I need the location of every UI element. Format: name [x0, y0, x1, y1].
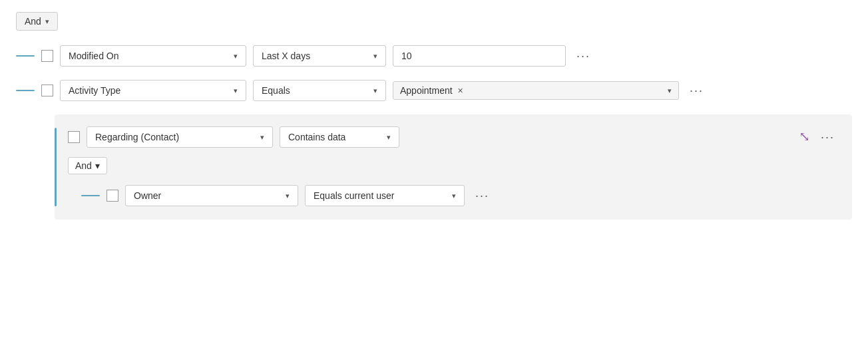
- row2-value-tag-inner: Appointment ×: [400, 85, 463, 96]
- subgroup-and-button[interactable]: And ▾: [68, 157, 107, 174]
- row2-more-button[interactable]: ···: [686, 83, 708, 99]
- row-line-1: [16, 55, 35, 57]
- nested-checkbox[interactable]: [107, 190, 118, 202]
- row2-value-tag-text: Appointment: [400, 85, 453, 96]
- top-and-chevron-icon: ▾: [45, 17, 49, 26]
- nested-field-dropdown[interactable]: Owner ▾: [125, 185, 298, 206]
- subgroup-and-label: And: [75, 160, 92, 171]
- row2-checkbox[interactable]: [41, 85, 53, 96]
- nested-more-button[interactable]: ···: [471, 188, 493, 204]
- row2-field-dropdown[interactable]: Activity Type ▾: [60, 80, 246, 101]
- row2-value-chevron-icon: ▾: [668, 86, 672, 95]
- row-line-2: [16, 90, 35, 91]
- top-and-label: And: [25, 16, 41, 27]
- row2-value-tag-close-icon[interactable]: ×: [458, 85, 463, 96]
- filter-row-modified-on: Modified On ▾ Last X days ▾ ···: [16, 45, 852, 67]
- row2-value-tag-container[interactable]: Appointment × ▾: [393, 81, 679, 100]
- row1-operator-dropdown[interactable]: Last X days ▾: [253, 45, 386, 67]
- subgroup-collapse-icon[interactable]: ⤡: [799, 129, 810, 145]
- nested-row-owner: Owner ▾ Equals current user ▾ ···: [81, 185, 839, 206]
- filter-row-activity-type: Activity Type ▾ Equals ▾ Appointment × ▾…: [16, 80, 852, 101]
- row1-operator-chevron-icon: ▾: [373, 52, 377, 61]
- subgroup-operator-dropdown[interactable]: Contains data ▾: [280, 126, 399, 148]
- row1-field-chevron-icon: ▾: [234, 52, 238, 61]
- subgroup-operator-chevron-icon: ▾: [387, 133, 391, 142]
- row1-value-input[interactable]: [393, 45, 566, 67]
- subgroup-header-row: Regarding (Contact) ▾ Contains data ▾ ⤡ …: [68, 126, 839, 148]
- row1-checkbox[interactable]: [41, 50, 53, 62]
- row2-operator-chevron-icon: ▾: [373, 86, 377, 95]
- nested-field-chevron-icon: ▾: [286, 192, 290, 200]
- nested-field-label: Owner: [134, 190, 161, 201]
- row2-field-label: Activity Type: [69, 85, 120, 96]
- row1-field-dropdown[interactable]: Modified On ▾: [60, 45, 246, 67]
- subgroup-more-button[interactable]: ···: [817, 129, 839, 146]
- nested-row-line: [81, 195, 100, 196]
- subgroup-field-dropdown[interactable]: Regarding (Contact) ▾: [87, 126, 273, 148]
- top-and-button[interactable]: And ▾: [16, 12, 58, 31]
- subgroup-left-accent: [55, 128, 57, 206]
- subgroup-checkbox[interactable]: [68, 131, 80, 143]
- subgroup-panel: Regarding (Contact) ▾ Contains data ▾ ⤡ …: [55, 114, 852, 220]
- nested-operator-dropdown[interactable]: Equals current user ▾: [305, 185, 465, 206]
- subgroup-field-chevron-icon: ▾: [260, 133, 264, 142]
- nested-operator-chevron-icon: ▾: [452, 192, 456, 200]
- row1-more-button[interactable]: ···: [572, 48, 594, 65]
- nested-operator-label: Equals current user: [314, 190, 394, 201]
- row2-field-chevron-icon: ▾: [234, 86, 238, 95]
- subgroup-field-label: Regarding (Contact): [95, 132, 179, 142]
- subgroup-operator-label: Contains data: [288, 132, 345, 142]
- row2-operator-dropdown[interactable]: Equals ▾: [253, 80, 386, 101]
- row2-operator-label: Equals: [262, 85, 290, 96]
- row1-field-label: Modified On: [69, 51, 118, 61]
- row1-operator-label: Last X days: [262, 51, 310, 61]
- subgroup-and-chevron-icon: ▾: [95, 160, 100, 171]
- page-container: And ▾ Modified On ▾ Last X days ▾ ··· Ac…: [0, 0, 868, 245]
